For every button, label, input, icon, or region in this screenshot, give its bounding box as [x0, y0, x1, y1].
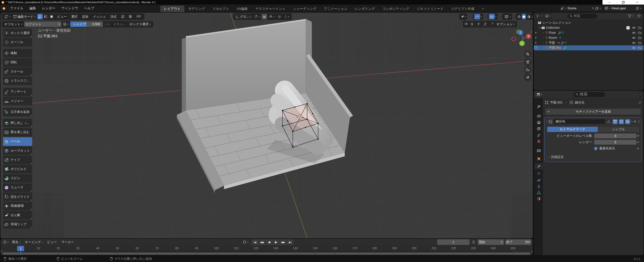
hide-viewport-toggle[interactable] [632, 47, 636, 49]
properties-tab-output[interactable] [535, 120, 543, 126]
timeline-menu-item[interactable]: ビュー [45, 240, 59, 244]
visibility-dropdown[interactable]: ▾ [459, 13, 467, 20]
next-keyframe-button[interactable]: ◆▶ [280, 239, 287, 245]
hide-viewport-toggle[interactable] [632, 42, 636, 44]
viewport-menu-item[interactable]: 頂点 [108, 15, 119, 19]
navigation-gizmo[interactable]: Z X [511, 27, 533, 50]
workspace-tab[interactable]: スカルプト [209, 6, 233, 12]
simple-tab[interactable]: シンプル [598, 127, 639, 132]
show-in-editmode-toggle[interactable] [606, 119, 611, 124]
animate-dot[interactable] [637, 142, 639, 143]
workspace-tab[interactable]: アニメーション [320, 6, 351, 12]
outliner-filter-collection[interactable]: ▾ [544, 13, 552, 19]
vertex-select-button[interactable] [37, 14, 43, 19]
viewport-menu-item[interactable]: ビュー [55, 15, 69, 19]
properties-tab-physics[interactable] [535, 177, 543, 183]
pin-icon[interactable] [638, 101, 641, 104]
viewport-menu-item[interactable]: 辺 [119, 15, 127, 19]
timeline-menu-item[interactable]: マーカー [59, 240, 76, 244]
transform-orientation-selector[interactable]: グロ... ▾ [234, 14, 252, 19]
object-name[interactable]: 平面.001 [549, 46, 561, 50]
region-collapse-arrow[interactable]: ‹ [531, 249, 532, 253]
tool-rotate[interactable]: 回転 [3, 58, 32, 67]
disable-render-toggle[interactable] [638, 42, 641, 44]
optimal-display-checkbox[interactable]: ✓ [594, 147, 597, 150]
camera-view-button[interactable] [524, 66, 532, 74]
properties-tab-collection[interactable] [535, 148, 543, 154]
snap-target-selector[interactable]: ▾ [268, 14, 276, 19]
jump-to-end-button[interactable]: ▶| [287, 239, 294, 245]
advanced-section[interactable]: ▸ 詳細設定 [549, 155, 640, 159]
view-layer-selector[interactable]: ▾ ViewLayer × [604, 6, 642, 11]
viewport-menu-item[interactable]: 選択 [69, 15, 80, 19]
workspace-tab[interactable]: レンダリング [351, 6, 379, 12]
object-name[interactable]: 平面 [549, 41, 555, 45]
show-in-viewport-toggle[interactable] [619, 119, 624, 124]
viewport-menu-item[interactable]: メッシュ [91, 15, 108, 19]
expand-arrow[interactable]: › [542, 37, 545, 39]
outliner-row[interactable]: ›▽平面▽ [534, 40, 643, 45]
toggle-perspective-button[interactable] [524, 74, 532, 81]
properties-tab-scene[interactable] [535, 132, 543, 138]
breadcrumb-object[interactable]: 平面.001 [550, 101, 562, 105]
hide-viewport-toggle[interactable] [632, 26, 636, 29]
tool-scale[interactable]: スケール [3, 67, 32, 76]
timeline-track[interactable] [1, 252, 533, 255]
outliner-row[interactable]: ›▽Floor▽ [534, 30, 643, 35]
object-name[interactable]: Collection [546, 26, 560, 29]
proportional-falloff-selector[interactable]: ▾ [283, 14, 291, 19]
expand-arrow[interactable]: ▾ [538, 26, 541, 29]
timeline-menu-item[interactable]: キーイング ▾ [23, 240, 45, 244]
frame-start-field[interactable]: 開始1 [478, 239, 504, 245]
scene-selector[interactable]: ▾ Scene ✎ × [559, 6, 602, 11]
blender-menu-icon[interactable] [3, 7, 5, 10]
workspace-tab[interactable]: テクスチャペイント [252, 6, 289, 12]
pivot-point-selector[interactable]: ▾ [253, 14, 261, 19]
properties-tab-particles[interactable] [535, 171, 543, 177]
outliner-row[interactable]: ›▽Room▽ [534, 35, 643, 40]
workspace-tab[interactable]: コンポジティング [379, 6, 413, 12]
object-name[interactable]: Floor [549, 31, 556, 35]
tool-knife[interactable]: ナイフ [3, 156, 32, 164]
modifier-extras-dropdown[interactable]: ▾ [631, 120, 632, 123]
options-dropdown[interactable]: オプション▾ [495, 21, 516, 27]
properties-search[interactable]: 検索 [573, 92, 605, 97]
menubar-item[interactable]: 編集 [26, 5, 39, 12]
current-frame-field[interactable]: 1 [437, 239, 469, 245]
axis-y-neg-ball[interactable] [519, 41, 525, 46]
tool-inset[interactable]: 面を差し込む [3, 128, 32, 137]
hide-viewport-toggle[interactable] [632, 31, 636, 34]
outliner-row[interactable]: ›▽平面.001▽ [534, 45, 643, 50]
viewport-levels-field[interactable]: 3 [594, 134, 636, 138]
workspace-tab[interactable]: ジオメトリノード [413, 6, 447, 12]
remove-view-layer-icon[interactable]: × [640, 7, 641, 10]
hide-viewport-toggle[interactable] [632, 37, 636, 39]
tool-shear[interactable]: せん断 [3, 211, 32, 219]
snap-base-button[interactable] [489, 21, 495, 27]
drag-tool-selector[interactable]: ボックス選択▾ [128, 21, 152, 27]
restore-button[interactable] [616, 0, 630, 5]
sidebar-collapse-arrow[interactable]: ‹ [531, 29, 532, 34]
minimize-button[interactable]: ─ [602, 0, 616, 5]
chevron-down-icon[interactable]: ▾ [481, 16, 482, 18]
workspace-tab[interactable]: スクリプト作成 [447, 6, 478, 12]
play-reverse-button[interactable]: ◀ [266, 239, 272, 245]
object-name[interactable]: シーンコレクション [542, 21, 571, 25]
show-in-render-toggle[interactable] [625, 119, 630, 124]
animate-dot[interactable] [637, 135, 639, 137]
viewport-menu-item[interactable]: UV [134, 15, 143, 19]
outliner-search[interactable]: 検索 [568, 14, 597, 19]
disable-render-toggle[interactable] [638, 31, 641, 34]
proportional-edit-toggle[interactable] [276, 14, 282, 19]
tool-cursor[interactable]: カーソル [3, 38, 32, 47]
properties-tab-render[interactable] [535, 113, 543, 119]
properties-tab-data[interactable] [535, 190, 543, 196]
tool-poly-build[interactable]: ポリビルド [3, 165, 32, 173]
tool-move[interactable]: 移動 [3, 49, 32, 57]
mode-selector[interactable]: 編集モード ▾ [12, 14, 37, 19]
frame-end-field[interactable]: 終了250 [505, 239, 531, 245]
viewport-menu-item[interactable]: 追加 [80, 15, 91, 19]
new-collection-button[interactable] [636, 13, 642, 19]
segments-field[interactable]: セグメント 1 [24, 21, 61, 27]
show-overlays-toggle[interactable] [489, 14, 495, 19]
